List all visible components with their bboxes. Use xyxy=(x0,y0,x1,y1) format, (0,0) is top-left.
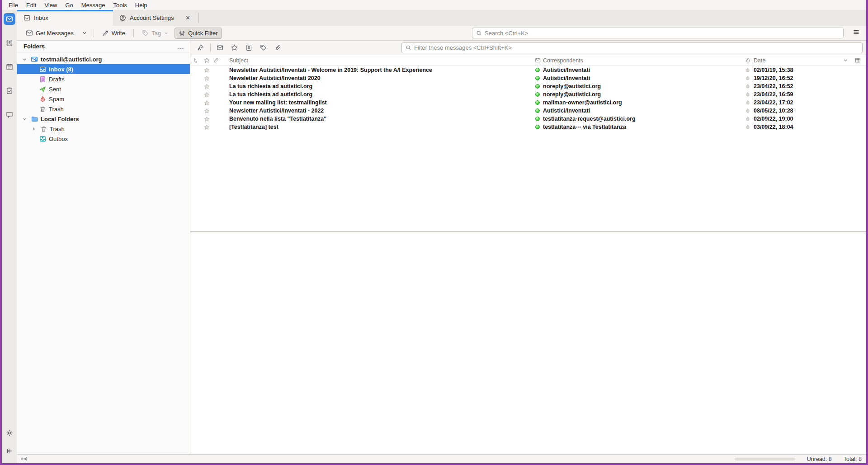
trash-icon xyxy=(40,125,47,132)
star-icon[interactable] xyxy=(202,100,211,106)
chevron-down-icon xyxy=(82,30,87,36)
date-column-header[interactable]: Date xyxy=(754,57,821,64)
chevron-right-icon[interactable] xyxy=(30,125,37,132)
folder-outbox-label: Outbox xyxy=(49,136,68,142)
folder-inbox[interactable]: Inbox (8) xyxy=(17,64,190,74)
write-button[interactable]: Write xyxy=(98,28,129,39)
message-area: Subject Correspondents Date xyxy=(190,41,866,454)
folder-tree: testmail@autistici.org Inbox (8) Drafts xyxy=(17,52,190,144)
settings-gear-icon[interactable] xyxy=(4,427,15,439)
folder-pane-options-icon[interactable]: … xyxy=(178,43,184,50)
app-menu-icon[interactable] xyxy=(850,27,863,39)
unread-column-icon[interactable] xyxy=(532,57,543,63)
spam-flame-icon xyxy=(39,95,46,103)
junk-flame-icon[interactable] xyxy=(742,116,754,122)
message-row[interactable]: La tua richiesta ad autistici.org norepl… xyxy=(190,90,866,99)
message-row[interactable]: Newsletter Autistici/Inventati - Welcome… xyxy=(190,66,866,74)
attachment-column-icon[interactable] xyxy=(211,57,220,63)
get-messages-button[interactable]: Get Messages xyxy=(22,27,78,39)
calendar-space-icon[interactable] xyxy=(4,61,15,73)
filter-tag-icon[interactable] xyxy=(258,43,269,53)
unread-dot-icon[interactable] xyxy=(532,117,543,121)
junk-flame-icon[interactable] xyxy=(742,84,754,89)
subject-column-header[interactable]: Subject xyxy=(220,57,532,64)
junk-column-icon[interactable] xyxy=(742,57,754,63)
junk-flame-icon[interactable] xyxy=(742,92,754,97)
message-row[interactable]: Newsletter Autistici/Inventati - 2022 Au… xyxy=(190,107,866,115)
pin-quick-filter-icon[interactable] xyxy=(195,43,206,53)
filter-contact-icon[interactable] xyxy=(243,43,254,53)
message-filter-input[interactable] xyxy=(414,44,859,51)
address-book-space-icon[interactable] xyxy=(4,37,15,49)
message-row[interactable]: Benvenuto nella lista "Testlatitanza" te… xyxy=(190,115,866,123)
star-icon[interactable] xyxy=(202,116,211,122)
menu-file[interactable]: File xyxy=(5,1,22,9)
menu-view[interactable]: View xyxy=(40,1,61,9)
folder-account[interactable]: testmail@autistici.org xyxy=(17,54,190,64)
global-search-input[interactable] xyxy=(485,30,840,37)
filter-unread-icon[interactable] xyxy=(214,43,225,53)
menu-tools[interactable]: Tools xyxy=(109,1,131,9)
star-column-icon[interactable] xyxy=(202,57,211,63)
unread-dot-icon[interactable] xyxy=(532,84,543,89)
star-icon[interactable] xyxy=(202,92,211,98)
star-icon[interactable] xyxy=(202,124,211,130)
chevron-down-icon[interactable] xyxy=(21,115,28,122)
collapse-spaces-icon[interactable] xyxy=(4,445,15,457)
message-row[interactable]: [Testlatitanza] test testlatitanza--- vi… xyxy=(190,123,866,131)
chat-space-icon[interactable] xyxy=(4,109,15,121)
sort-chevron-down-icon[interactable] xyxy=(843,57,849,63)
folder-trash[interactable]: Trash xyxy=(17,104,190,114)
unread-dot-icon[interactable] xyxy=(532,68,543,72)
filter-attachment-icon[interactable] xyxy=(272,43,283,53)
message-row[interactable]: Your new mailing list: testmailinglist m… xyxy=(190,99,866,107)
tab-account-settings[interactable]: Account Settings ✕ xyxy=(113,10,198,26)
folder-local-folders[interactable]: Local Folders xyxy=(17,114,190,124)
unread-dot-icon[interactable] xyxy=(532,125,543,129)
unread-dot-icon[interactable] xyxy=(532,108,543,113)
thunderbird-window: File Edit View Go Message Tools Help xyxy=(0,0,868,465)
quick-filter-button[interactable]: Quick Filter xyxy=(175,28,222,39)
unread-dot-icon[interactable] xyxy=(532,100,543,105)
chevron-down-icon[interactable] xyxy=(21,56,28,63)
menu-help[interactable]: Help xyxy=(131,1,151,9)
folder-spam[interactable]: Spam xyxy=(17,94,190,104)
get-messages-dropdown[interactable] xyxy=(80,28,90,38)
menu-go[interactable]: Go xyxy=(61,1,77,9)
junk-flame-icon[interactable] xyxy=(742,124,754,130)
message-date: 08/05/22, 10:28 xyxy=(754,108,821,114)
unread-dot-icon[interactable] xyxy=(532,92,543,97)
message-row[interactable]: Newsletter Autistici/Inventati 2020 Auti… xyxy=(190,74,866,82)
write-label: Write xyxy=(112,30,125,37)
star-icon[interactable] xyxy=(202,75,211,81)
junk-flame-icon[interactable] xyxy=(742,100,754,105)
folder-sent[interactable]: Sent xyxy=(17,84,190,94)
tab-inbox[interactable]: Inbox xyxy=(17,10,113,26)
mail-space-icon[interactable] xyxy=(4,13,15,25)
column-picker-icon[interactable] xyxy=(855,57,861,63)
menu-edit[interactable]: Edit xyxy=(22,1,40,9)
message-row[interactable]: La tua richiesta ad autistici.org norepl… xyxy=(190,82,866,90)
message-correspondent: testlatitanza--- via Testlatitanza xyxy=(543,124,742,130)
global-search[interactable] xyxy=(472,28,844,38)
filter-starred-icon[interactable] xyxy=(229,43,240,53)
folder-local-trash[interactable]: Trash xyxy=(17,124,190,134)
menu-message[interactable]: Message xyxy=(77,1,109,9)
junk-flame-icon[interactable] xyxy=(742,108,754,113)
folder-drafts[interactable]: Drafts xyxy=(17,74,190,84)
unread-dot-icon[interactable] xyxy=(532,76,543,80)
star-icon[interactable] xyxy=(202,108,211,114)
tag-button[interactable]: Tag xyxy=(138,28,173,39)
star-icon[interactable] xyxy=(202,67,211,73)
message-filter[interactable] xyxy=(401,42,863,53)
junk-flame-icon[interactable] xyxy=(742,75,754,81)
correspondents-column-header[interactable]: Correspondents xyxy=(543,57,742,64)
thread-column-icon[interactable] xyxy=(190,57,202,63)
tasks-space-icon[interactable] xyxy=(4,85,15,97)
network-status-icon[interactable] xyxy=(21,456,28,462)
junk-flame-icon[interactable] xyxy=(742,67,754,73)
quick-filter-separator xyxy=(210,44,211,52)
star-icon[interactable] xyxy=(202,84,211,89)
folder-outbox[interactable]: Outbox xyxy=(17,134,190,144)
close-tab-icon[interactable]: ✕ xyxy=(184,14,192,22)
